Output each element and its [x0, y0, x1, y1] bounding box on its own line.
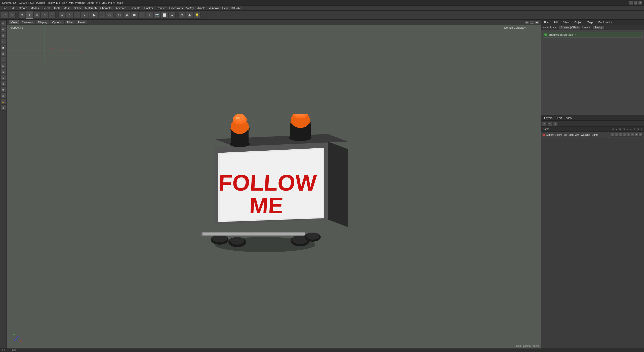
left-tool-10[interactable]: $	[1, 75, 6, 80]
menu-file[interactable]: File	[1, 6, 9, 10]
obj-icon-2[interactable]: □	[615, 133, 618, 137]
live-selection-button[interactable]: ⊙	[18, 12, 25, 19]
layers-add-btn[interactable]: ≡	[542, 121, 547, 126]
viewport-tab-display[interactable]: Display	[36, 20, 49, 25]
camera-button-toolbar[interactable]: 📷	[153, 12, 160, 19]
left-tool-12[interactable]: ⟳	[1, 87, 6, 93]
light-button[interactable]: ☀	[146, 12, 153, 19]
cube-button[interactable]: ⬡	[116, 12, 123, 19]
viewport[interactable]: View Cameras Display Options Filter Pane…	[7, 20, 541, 348]
menu-simulate[interactable]: Simulate	[128, 6, 142, 10]
layers-settings-btn[interactable]: ⚙	[553, 121, 558, 126]
viewport-camera-button[interactable]: 📷	[530, 20, 534, 24]
menu-select[interactable]: Select	[41, 6, 52, 10]
layers-tab-view[interactable]: View	[565, 116, 574, 120]
menu-mograph[interactable]: MoGraph	[84, 6, 98, 10]
spline-button[interactable]: ✦	[138, 12, 145, 19]
menu-window[interactable]: Window	[207, 6, 220, 10]
render-button[interactable]: ▶	[91, 12, 98, 19]
obj-icon-5[interactable]: ▷	[627, 133, 630, 137]
viewport-tab-cameras[interactable]: Cameras	[20, 20, 35, 25]
point-mode-button[interactable]: •	[66, 12, 73, 19]
menu-mesh[interactable]: Mesh	[62, 6, 72, 10]
viewport-render-button[interactable]: ▶	[535, 20, 539, 24]
nurbs-button[interactable]: ◉	[123, 12, 130, 19]
menu-tracker[interactable]: Tracker	[142, 6, 155, 10]
left-tool-1[interactable]: ⊙	[1, 21, 6, 26]
menu-tools[interactable]: Tools	[52, 6, 62, 10]
floor-button[interactable]: ⬜	[161, 12, 168, 19]
viewport-tab-panel[interactable]: Panel	[76, 20, 87, 25]
viewport-tab-view[interactable]: View	[9, 20, 19, 25]
subdivision-surface-item[interactable]: Subdivision Surface ✓	[543, 32, 642, 38]
left-tool-13[interactable]: ≡	[1, 93, 6, 99]
scale-tool-button[interactable]: ⊠	[33, 12, 41, 19]
move-tool-button[interactable]: ✛	[26, 12, 33, 19]
viewport-tab-options[interactable]: Options	[50, 20, 64, 25]
render-settings-button[interactable]: ⚙	[106, 12, 113, 19]
menu-render[interactable]: Render	[155, 6, 167, 10]
menu-create[interactable]: Create	[17, 6, 29, 10]
polygon-mode-button[interactable]: ▪	[81, 12, 88, 19]
menu-modes[interactable]: Modes	[29, 6, 41, 10]
node-space-value[interactable]: Current (V-Ray)	[559, 26, 580, 29]
viewport-tab-filter[interactable]: Filter	[64, 20, 75, 25]
left-tool-15[interactable]: ⊕	[1, 105, 6, 111]
sky-button[interactable]: ☁	[169, 12, 176, 19]
layers-tab-edit[interactable]: Edit	[555, 116, 563, 120]
attr-tab-object[interactable]: Object	[573, 20, 584, 24]
edge-mode-button[interactable]: ─	[73, 12, 80, 19]
redo-button[interactable]: ↪	[9, 12, 16, 19]
left-tool-8[interactable]: ∟	[1, 63, 6, 68]
deformer-button[interactable]: ⬢	[131, 12, 138, 19]
layers-tab-layers[interactable]: Layers	[543, 116, 554, 120]
layout-value[interactable]: Startup	[593, 26, 604, 29]
left-tool-5[interactable]: ▣	[1, 45, 6, 50]
object-row-main[interactable]: Airport_Follow_Me_Sign_with_Warning_Ligh…	[541, 132, 644, 138]
menu-edit[interactable]: Edit	[9, 6, 17, 10]
menu-extensions[interactable]: Extensions	[168, 6, 184, 10]
obj-icon-1[interactable]: ○	[611, 133, 614, 137]
undo-button[interactable]: ↩	[1, 12, 8, 19]
maximize-button[interactable]: □	[634, 1, 637, 5]
layers-delete-btn[interactable]: ✕	[548, 121, 552, 126]
attr-tab-bookmarks[interactable]: Bookmarks	[597, 20, 614, 24]
left-tool-7[interactable]: ─	[1, 57, 6, 62]
left-tool-3[interactable]: ⊠	[1, 33, 6, 38]
rotate-tool-button[interactable]: ↻	[41, 12, 48, 19]
snap-button[interactable]: ◆	[186, 12, 193, 19]
obj-icon-4[interactable]: □	[623, 133, 626, 137]
menu-arnold[interactable]: Arnold	[196, 6, 207, 10]
transform-button[interactable]: ⊞	[49, 12, 56, 19]
magnet-button[interactable]: ⊕	[178, 12, 185, 19]
minimize-button[interactable]: ─	[629, 1, 633, 5]
menu-character[interactable]: Character	[99, 6, 114, 10]
viewport-maximize-button[interactable]: ⊞	[525, 20, 529, 24]
grid-spacing-label: Grid Spacing: 50 cm	[516, 345, 539, 347]
menu-animate[interactable]: Animate	[114, 6, 128, 10]
obj-icon-8[interactable]: ⊕	[639, 133, 642, 137]
left-tool-9[interactable]: S	[1, 69, 6, 74]
svg-text:X: X	[22, 340, 23, 342]
left-tool-2[interactable]: ✛	[1, 27, 6, 32]
xref-button[interactable]: 💡	[193, 12, 200, 19]
close-button[interactable]: ✕	[638, 1, 642, 5]
obj-icon-6[interactable]: ◇	[631, 133, 634, 137]
left-tool-14[interactable]: 🔒	[1, 99, 6, 105]
object-mode-button[interactable]: ◈	[58, 12, 65, 19]
toolbar-sep-2	[57, 12, 57, 18]
attr-tab-file[interactable]: File	[543, 20, 550, 24]
left-tool-6[interactable]: ⊞	[1, 51, 6, 56]
obj-icon-3[interactable]: □	[619, 133, 622, 137]
attr-tab-tags[interactable]: Tags	[586, 20, 595, 24]
menu-spline[interactable]: Spline	[72, 6, 83, 10]
left-tool-4[interactable]: ↻	[1, 39, 6, 44]
obj-icon-7[interactable]: ✱	[635, 133, 638, 137]
render-view-button[interactable]: ⬛	[98, 12, 105, 19]
attr-tab-edit[interactable]: Edit	[552, 20, 560, 24]
left-tool-11[interactable]: ⊛	[1, 81, 6, 86]
menu-3dtoai[interactable]: 3DToAI	[230, 6, 242, 10]
attr-tab-view[interactable]: View	[562, 20, 571, 24]
menu-help[interactable]: Help	[221, 6, 229, 10]
menu-vray[interactable]: V-Ray	[185, 6, 195, 10]
